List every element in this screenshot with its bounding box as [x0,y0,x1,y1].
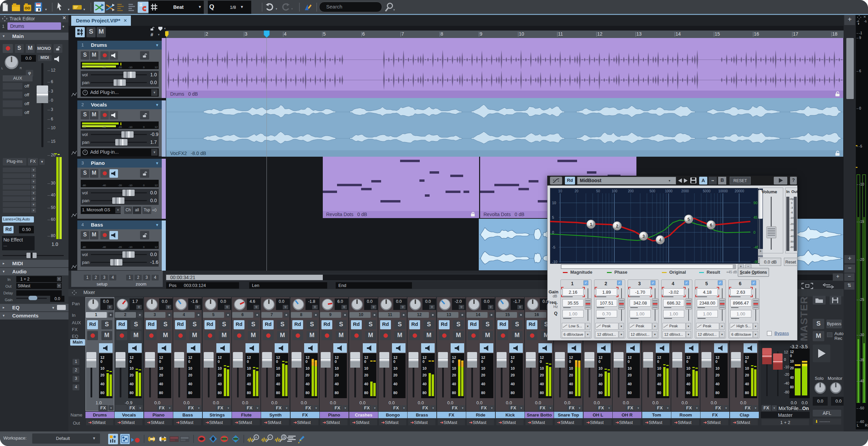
svg-text:4: 4 [659,237,662,243]
svg-text:1: 1 [590,222,592,227]
svg-text:6: 6 [710,222,712,228]
svg-text:3: 3 [642,234,645,239]
svg-text:2: 2 [616,224,618,229]
svg-text:5: 5 [687,217,690,222]
